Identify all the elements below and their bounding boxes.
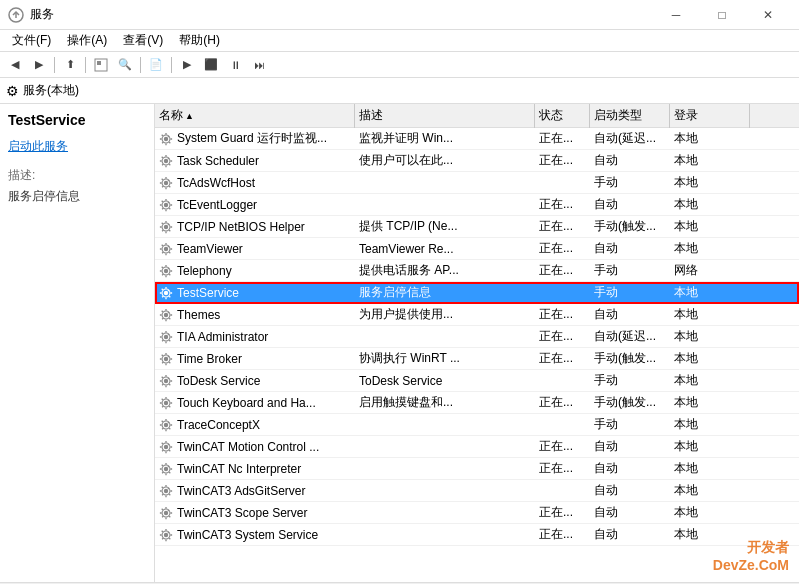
table-row[interactable]: TwinCAT3 AdsGitServer自动本地 bbox=[155, 480, 799, 502]
table-row[interactable]: TraceConceptX手动本地 bbox=[155, 414, 799, 436]
cell-login: 本地 bbox=[670, 370, 750, 392]
cell-desc: 启用触摸键盘和... bbox=[355, 392, 535, 414]
service-gear-icon bbox=[159, 132, 173, 146]
table-row[interactable]: Time Broker协调执行 WinRT ...正在...手动(触发...本地 bbox=[155, 348, 799, 370]
cell-startup: 手动 bbox=[590, 260, 670, 282]
cell-startup: 手动(触发... bbox=[590, 392, 670, 414]
cell-startup: 自动 bbox=[590, 304, 670, 326]
col-header-startup[interactable]: 启动类型 bbox=[590, 104, 670, 128]
cell-login: 本地 bbox=[670, 216, 750, 238]
table-header: 名称 ▲ 描述 状态 启动类型 登录 bbox=[155, 104, 799, 128]
main-layout: TestService 启动此服务 描述: 服务启停信息 名称 ▲ 描述 状态 … bbox=[0, 104, 799, 582]
cell-name: Telephony bbox=[155, 260, 355, 282]
table-row[interactable]: TwinCAT Motion Control ...正在...自动本地 bbox=[155, 436, 799, 458]
svg-point-39 bbox=[164, 532, 168, 536]
toolbar-back-button[interactable]: ◀ bbox=[4, 55, 26, 75]
toolbar: ◀ ▶ ⬆ 🔍 📄 ▶ ⬛ ⏸ ⏭ bbox=[0, 52, 799, 78]
svg-point-7 bbox=[164, 180, 168, 184]
table-row[interactable]: System Guard 运行时监视...监视并证明 Win...正在...自动… bbox=[155, 128, 799, 150]
table-row[interactable]: Touch Keyboard and Ha...启用触摸键盘和...正在...手… bbox=[155, 392, 799, 414]
cell-status bbox=[535, 414, 590, 436]
cell-login: 本地 bbox=[670, 348, 750, 370]
cell-startup: 自动 bbox=[590, 238, 670, 260]
toolbar-stop-button[interactable]: ⬛ bbox=[200, 55, 222, 75]
cell-startup: 自动 bbox=[590, 436, 670, 458]
table-row[interactable]: TCP/IP NetBIOS Helper提供 TCP/IP (Ne...正在.… bbox=[155, 216, 799, 238]
cell-startup: 自动 bbox=[590, 458, 670, 480]
table-row[interactable]: Task Scheduler使用户可以在此...正在...自动本地 bbox=[155, 150, 799, 172]
svg-point-33 bbox=[164, 466, 168, 470]
cell-status: 正在... bbox=[535, 458, 590, 480]
start-service-link[interactable]: 启动此服务 bbox=[8, 138, 146, 155]
table-row[interactable]: Telephony提供电话服务 AP...正在...手动网络 bbox=[155, 260, 799, 282]
menu-help[interactable]: 帮助(H) bbox=[171, 30, 228, 52]
toolbar-play-button[interactable]: ▶ bbox=[176, 55, 198, 75]
svg-point-5 bbox=[164, 158, 168, 162]
table-row[interactable]: Themes为用户提供使用...正在...自动本地 bbox=[155, 304, 799, 326]
cell-startup: 自动 bbox=[590, 150, 670, 172]
cell-desc bbox=[355, 436, 535, 458]
close-button[interactable]: ✕ bbox=[745, 0, 791, 30]
cell-name: TestService bbox=[155, 282, 355, 304]
toolbar-separator-3 bbox=[140, 57, 141, 73]
cell-desc bbox=[355, 414, 535, 436]
cell-login: 本地 bbox=[670, 458, 750, 480]
svg-point-23 bbox=[164, 356, 168, 360]
col-header-desc[interactable]: 描述 bbox=[355, 104, 535, 128]
service-gear-icon bbox=[159, 176, 173, 190]
service-gear-icon bbox=[159, 286, 173, 300]
maximize-button[interactable]: □ bbox=[699, 0, 745, 30]
menu-action[interactable]: 操作(A) bbox=[59, 30, 115, 52]
cell-startup: 自动(延迟... bbox=[590, 326, 670, 348]
cell-desc: 提供电话服务 AP... bbox=[355, 260, 535, 282]
svg-point-19 bbox=[164, 312, 168, 316]
table-row[interactable]: TestService服务启停信息手动本地 bbox=[155, 282, 799, 304]
cell-startup: 手动 bbox=[590, 414, 670, 436]
toolbar-show-button[interactable] bbox=[90, 55, 112, 75]
col-header-status[interactable]: 状态 bbox=[535, 104, 590, 128]
service-gear-icon bbox=[159, 330, 173, 344]
toolbar-restart-button[interactable]: ⏭ bbox=[248, 55, 270, 75]
toolbar-up-button[interactable]: ⬆ bbox=[59, 55, 81, 75]
service-gear-icon bbox=[159, 484, 173, 498]
table-row[interactable]: TwinCAT3 System Service正在...自动本地 bbox=[155, 524, 799, 546]
cell-startup: 手动 bbox=[590, 282, 670, 304]
table-row[interactable]: TcEventLogger正在...自动本地 bbox=[155, 194, 799, 216]
menu-view[interactable]: 查看(V) bbox=[115, 30, 171, 52]
toolbar-separator-2 bbox=[85, 57, 86, 73]
cell-login: 本地 bbox=[670, 502, 750, 524]
menu-file[interactable]: 文件(F) bbox=[4, 30, 59, 52]
cell-desc bbox=[355, 172, 535, 194]
col-header-name[interactable]: 名称 ▲ bbox=[155, 104, 355, 128]
table-row[interactable]: TwinCAT3 Scope Server正在...自动本地 bbox=[155, 502, 799, 524]
cell-startup: 手动(触发... bbox=[590, 348, 670, 370]
cell-name: ToDesk Service bbox=[155, 370, 355, 392]
cell-login: 本地 bbox=[670, 414, 750, 436]
toolbar-forward-button[interactable]: ▶ bbox=[28, 55, 50, 75]
cell-status: 正在... bbox=[535, 304, 590, 326]
table-row[interactable]: TIA Administrator正在...自动(延迟...本地 bbox=[155, 326, 799, 348]
svg-point-25 bbox=[164, 378, 168, 382]
cell-login: 本地 bbox=[670, 326, 750, 348]
table-row[interactable]: TeamViewerTeamViewer Re...正在...自动本地 bbox=[155, 238, 799, 260]
toolbar-search-button[interactable]: 🔍 bbox=[114, 55, 136, 75]
toolbar-page-button[interactable]: 📄 bbox=[145, 55, 167, 75]
table-row[interactable]: TcAdsWcfHost手动本地 bbox=[155, 172, 799, 194]
svg-point-3 bbox=[164, 136, 168, 140]
toolbar-pause-button[interactable]: ⏸ bbox=[224, 55, 246, 75]
cell-login: 本地 bbox=[670, 172, 750, 194]
svg-point-35 bbox=[164, 488, 168, 492]
cell-startup: 手动 bbox=[590, 370, 670, 392]
services-table[interactable]: System Guard 运行时监视...监视并证明 Win...正在...自动… bbox=[155, 128, 799, 582]
toolbar-separator-1 bbox=[54, 57, 55, 73]
cell-login: 网络 bbox=[670, 260, 750, 282]
left-panel: TestService 启动此服务 描述: 服务启停信息 bbox=[0, 104, 155, 582]
table-row[interactable]: TwinCAT Nc Interpreter正在...自动本地 bbox=[155, 458, 799, 480]
cell-desc: 为用户提供使用... bbox=[355, 304, 535, 326]
col-header-login[interactable]: 登录 bbox=[670, 104, 750, 128]
service-gear-icon bbox=[159, 506, 173, 520]
table-row[interactable]: ToDesk ServiceToDesk Service手动本地 bbox=[155, 370, 799, 392]
svg-point-29 bbox=[164, 422, 168, 426]
cell-desc: 协调执行 WinRT ... bbox=[355, 348, 535, 370]
minimize-button[interactable]: ─ bbox=[653, 0, 699, 30]
